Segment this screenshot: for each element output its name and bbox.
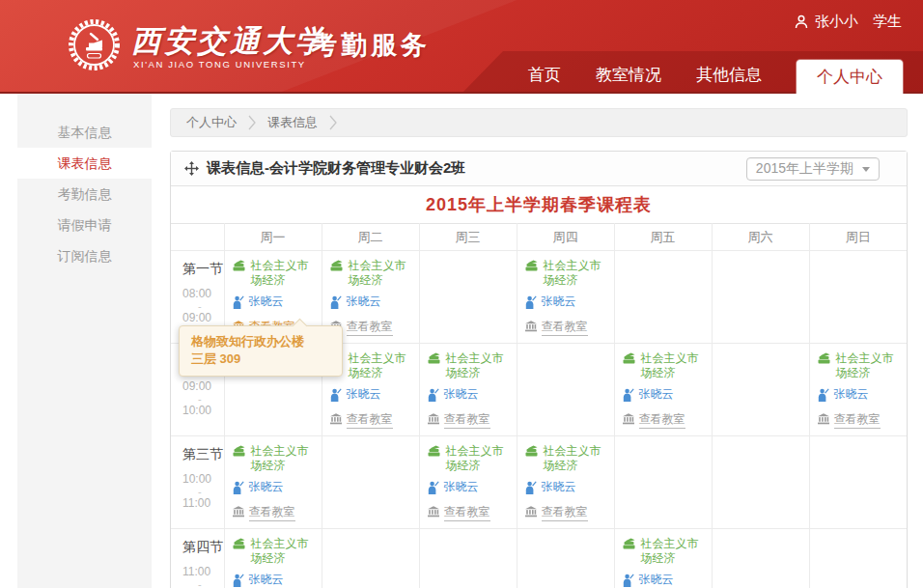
caret-down-icon	[862, 167, 870, 172]
course-teacher[interactable]: 张晓云	[233, 480, 317, 498]
period-start-time: 10:00	[182, 472, 224, 486]
course-teacher[interactable]: 张晓云	[818, 387, 903, 406]
user-menu[interactable]: 张小小 学生	[795, 13, 902, 31]
sidebar-item-timetable-info[interactable]: 课表信息	[17, 148, 152, 179]
course-icon	[330, 260, 344, 275]
nav-item-classrooms[interactable]: 教室情况	[596, 59, 661, 94]
period-cell: 第三节10:00-11:00	[171, 436, 224, 529]
course-icon	[428, 352, 441, 368]
sidebar-item-attendance-info[interactable]: 考勤信息	[17, 179, 152, 210]
teacher-icon	[428, 481, 439, 498]
day-header-thu: 周四	[517, 224, 614, 251]
course-teacher[interactable]: 张晓云	[233, 573, 317, 588]
empty-cell	[809, 529, 907, 588]
course-name: 社会主义市场经济	[818, 351, 903, 380]
empty-cell	[712, 529, 809, 588]
course-cell: 社会主义市场经济张晓云查看教室	[614, 344, 712, 436]
classroom-building-icon	[525, 321, 537, 336]
course-teacher[interactable]: 张晓云	[233, 294, 317, 313]
course-teacher[interactable]: 张晓云	[623, 573, 707, 588]
course-name: 社会主义市场经济	[623, 351, 707, 380]
timetable-body: 第一节08:00-09:00社会主义市场经济张晓云查看教室社会主义市场经济张晓云…	[171, 251, 907, 588]
view-classroom-link[interactable]: 查看教室	[542, 505, 588, 521]
course-room: 查看教室	[428, 412, 512, 429]
empty-cell	[322, 436, 419, 529]
view-classroom-link[interactable]: 查看教室	[639, 412, 685, 429]
teacher-icon	[525, 481, 537, 498]
timetable-title: 2015年上半学期春季课程表	[171, 186, 907, 223]
timetable-header-row: 周一 周二 周三 周四 周五 周六 周日	[171, 224, 907, 251]
nav-item-personal-center[interactable]: 个人中心	[797, 60, 903, 96]
empty-cell	[614, 251, 712, 344]
empty-cell	[809, 251, 907, 344]
teacher-icon	[818, 388, 829, 406]
empty-cell	[419, 251, 517, 344]
teacher-icon	[233, 481, 244, 498]
view-classroom-link[interactable]: 查看教室	[347, 320, 393, 336]
course-room: 查看教室	[525, 505, 609, 521]
teacher-icon	[623, 574, 634, 588]
course-teacher[interactable]: 张晓云	[525, 480, 609, 498]
course-cell: 社会主义市场经济张晓云查看教室	[517, 436, 614, 529]
teacher-icon	[428, 388, 439, 406]
course-room: 查看教室	[525, 320, 609, 336]
breadcrumb-timetable-info[interactable]: 课表信息	[267, 114, 318, 131]
day-header-fri: 周五	[614, 224, 712, 251]
course-teacher[interactable]: 张晓云	[428, 387, 512, 406]
view-classroom-link[interactable]: 查看教室	[444, 412, 490, 429]
university-logo-icon	[68, 18, 121, 75]
course-room: 查看教室	[330, 412, 414, 429]
classroom-building-icon	[428, 506, 439, 521]
time-dash: -	[182, 582, 224, 587]
course-teacher[interactable]: 张晓云	[330, 294, 414, 313]
view-classroom-link[interactable]: 查看教室	[542, 320, 588, 336]
timetable-row: 第三节10:00-11:00社会主义市场经济张晓云查看教室社会主义市场经济张晓云…	[171, 436, 907, 529]
course-room: 查看教室	[818, 412, 903, 429]
move-handle-icon[interactable]	[184, 161, 199, 176]
nav-item-home[interactable]: 首页	[528, 59, 561, 94]
course-teacher[interactable]: 张晓云	[525, 294, 609, 313]
course-icon	[623, 538, 636, 553]
sidebar-item-subscription-info[interactable]: 订阅信息	[17, 240, 152, 271]
course-icon	[623, 352, 636, 368]
period-start-time: 08:00	[182, 287, 224, 300]
view-classroom-link[interactable]: 查看教室	[444, 505, 490, 521]
breadcrumb-personal-center[interactable]: 个人中心	[186, 114, 237, 131]
view-classroom-link[interactable]: 查看教室	[347, 412, 393, 429]
user-name: 张小小	[815, 13, 858, 31]
classroom-building-icon	[330, 413, 342, 429]
view-classroom-link[interactable]: 查看教室	[834, 412, 881, 429]
course-cell: 社会主义市场经济张晓云查看教室	[224, 529, 322, 588]
time-dash: -	[182, 304, 224, 309]
period-label: 第三节	[182, 446, 224, 463]
university-name-cn: 西安交通大学	[131, 21, 328, 62]
course-teacher[interactable]: 张晓云	[623, 387, 707, 406]
period-label: 第四节	[182, 539, 224, 556]
nav-item-other[interactable]: 其他信息	[696, 59, 762, 94]
period-end-time: 09:00	[182, 311, 224, 324]
period-end-time: 10:00	[182, 404, 224, 417]
empty-cell	[322, 529, 419, 588]
sidebar-item-basic-info[interactable]: 基本信息	[17, 117, 152, 148]
course-name: 社会主义市场经济	[525, 259, 609, 288]
course-icon	[233, 538, 246, 553]
view-classroom-link[interactable]: 查看教室	[249, 505, 295, 521]
period-header	[171, 224, 224, 251]
chevron-right-icon	[329, 115, 337, 130]
empty-cell	[517, 529, 614, 588]
sidebar-item-leave-request[interactable]: 请假申请	[17, 210, 152, 240]
course-teacher[interactable]: 张晓云	[330, 387, 414, 406]
course-teacher[interactable]: 张晓云	[428, 480, 512, 498]
course-cell: 社会主义市场经济张晓云查看教室	[419, 344, 517, 436]
classroom-building-icon	[525, 506, 537, 521]
course-icon	[818, 352, 831, 368]
day-header-sat: 周六	[712, 224, 809, 251]
time-dash: -	[182, 490, 224, 494]
course-room: 查看教室	[428, 505, 512, 521]
empty-cell	[517, 344, 614, 436]
panel-header: 课表信息-会计学院财务管理专业财会2班 2015年上半学期	[171, 152, 907, 186]
semester-dropdown[interactable]: 2015年上半学期	[746, 157, 880, 181]
empty-cell	[614, 436, 712, 529]
course-cell: 社会主义市场经济张晓云查看教室	[419, 436, 517, 529]
course-name: 社会主义市场经济	[525, 444, 609, 473]
